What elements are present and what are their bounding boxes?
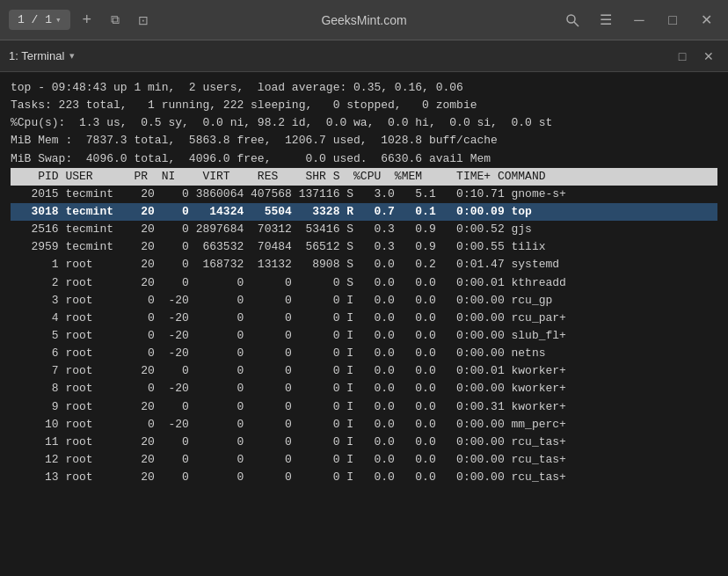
svg-line-1	[574, 22, 579, 26]
tab-bar-right: □ ✕	[672, 46, 719, 67]
maximize-button[interactable]: □	[659, 7, 686, 33]
table-row: 13 root 20 0 0 0 0 I 0.0 0.0 0:00.00 rcu…	[11, 469, 717, 486]
terminal-tab-chevron: ▾	[69, 50, 75, 62]
tab-close-icon: ✕	[703, 49, 714, 63]
menu-button[interactable]: ☰	[593, 7, 619, 33]
window-controls: ☰ ─ □ ✕	[559, 7, 719, 33]
table-row: 7 root 20 0 0 0 0 I 0.0 0.0 0:00.01 kwor…	[11, 362, 717, 380]
table-row: 2959 tecmint 20 0 663532 70484 56512 S 0…	[11, 238, 717, 256]
window-title: GeeksMint.com	[321, 13, 406, 27]
restore-icon: □	[679, 49, 686, 63]
title-bar: 1 / 1 ▾ + ⧉ ⊡ GeeksMint.com ☰ ─ □ ✕	[0, 0, 728, 40]
table-row: 9 root 20 0 0 0 0 I 0.0 0.0 0:00.31 kwor…	[11, 398, 717, 416]
search-button[interactable]	[559, 7, 586, 33]
svg-point-0	[567, 15, 575, 23]
table-row: 3 root 0 -20 0 0 0 I 0.0 0.0 0:00.00 rcu…	[11, 292, 717, 310]
table-row: 2 root 20 0 0 0 0 S 0.0 0.0 0:00.01 kthr…	[11, 274, 717, 292]
table-row: 12 root 20 0 0 0 0 I 0.0 0.0 0:00.00 rcu…	[11, 451, 717, 469]
tab-label: 1 / 1	[18, 13, 52, 26]
table-row: 6 root 0 -20 0 0 0 I 0.0 0.0 0:00.00 net…	[11, 345, 717, 362]
minimize-icon: ─	[634, 12, 644, 28]
table-row: 11 root 20 0 0 0 0 I 0.0 0.0 0:00.00 rcu…	[11, 434, 717, 451]
duplicate-tab-button[interactable]: ⧉	[104, 9, 127, 32]
new-window-button[interactable]: ⊡	[132, 9, 155, 32]
table-row: 5 root 0 -20 0 0 0 I 0.0 0.0 0:00.00 slu…	[11, 327, 717, 345]
table-row: 8 root 0 -20 0 0 0 I 0.0 0.0 0:00.00 kwo…	[11, 380, 717, 397]
status-line-1: top - 09:48:43 up 1 min, 2 users, load a…	[11, 81, 463, 94]
table-row: 2015 tecmint 20 0 3860064 407568 137116 …	[11, 186, 717, 203]
tab-area: 1 / 1 ▾ + ⧉ ⊡	[9, 9, 559, 32]
table-row: 2516 tecmint 20 0 2897684 70312 53416 S …	[11, 221, 717, 238]
terminal-content[interactable]: top - 09:48:43 up 1 min, 2 users, load a…	[0, 72, 728, 576]
tab-restore-button[interactable]: □	[672, 46, 693, 67]
status-line-5: MiB Swap: 4096.0 total, 4096.0 free, 0.0…	[11, 152, 491, 165]
table-row: 10 root 0 -20 0 0 0 I 0.0 0.0 0:00.00 mm…	[11, 416, 717, 434]
close-icon: ✕	[701, 11, 712, 28]
status-line-2: Tasks: 223 total, 1 running, 222 sleepin…	[11, 98, 477, 112]
table-row: 1 root 20 0 168732 13132 8908 S 0.0 0.2 …	[11, 256, 717, 273]
table-row: 4 root 0 -20 0 0 0 I 0.0 0.0 0:00.00 rcu…	[11, 310, 717, 327]
status-line-4: MiB Mem : 7837.3 total, 5863.8 free, 120…	[11, 134, 498, 147]
maximize-icon: □	[668, 12, 677, 28]
tab-close-button[interactable]: ✕	[698, 46, 719, 67]
table-row: 3018 tecmint 20 0 14324 5504 3328 R 0.7 …	[11, 203, 717, 221]
menu-icon: ☰	[600, 11, 612, 28]
table-header: PID USER PR NI VIRT RES SHR S %CPU %MEM …	[11, 168, 717, 186]
status-line-3: %Cpu(s): 1.3 us, 0.5 sy, 0.0 ni, 98.2 id…	[11, 116, 552, 129]
tab-chevron-icon: ▾	[55, 14, 62, 26]
process-table: 2015 tecmint 20 0 3860064 407568 137116 …	[11, 186, 717, 486]
add-tab-button[interactable]: +	[76, 9, 98, 32]
close-button[interactable]: ✕	[693, 7, 719, 33]
terminal-tab[interactable]: 1: Terminal ▾	[9, 49, 75, 62]
minimize-button[interactable]: ─	[626, 7, 652, 33]
current-tab[interactable]: 1 / 1 ▾	[9, 10, 70, 30]
terminal-tab-label: 1: Terminal	[9, 49, 64, 62]
tab-bar: 1: Terminal ▾ □ ✕	[0, 40, 728, 72]
search-icon	[565, 13, 579, 27]
